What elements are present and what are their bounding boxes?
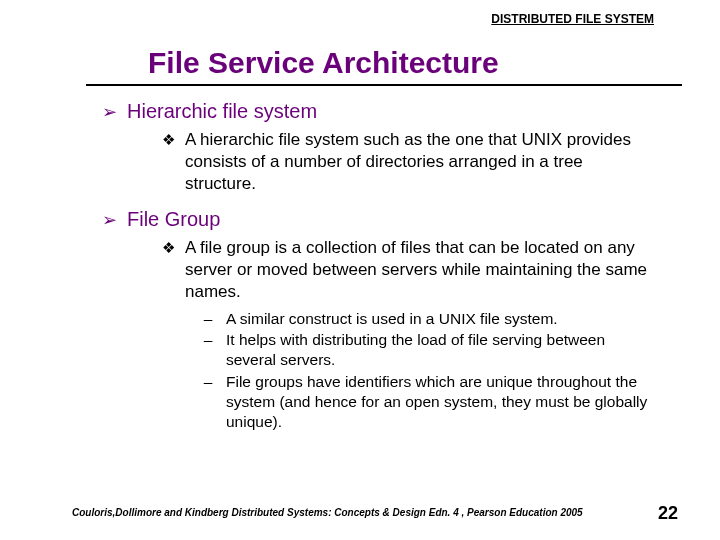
dash-bullet-icon: – [200, 372, 216, 431]
section: ➢ Hierarchic file system ❖ A hierarchic … [102, 100, 656, 194]
sub-item-text: A file group is a collection of files th… [185, 237, 656, 302]
sub-item: ❖ A file group is a collection of files … [162, 237, 656, 302]
dash-bullet-icon: – [200, 330, 216, 370]
sub-list: ❖ A hierarchic file system such as the o… [162, 129, 656, 194]
page-title: File Service Architecture [148, 46, 692, 80]
section: ➢ File Group ❖ A file group is a collect… [102, 208, 656, 431]
header-label: DISTRIBUTED FILE SYSTEM [28, 8, 692, 26]
diamond-bullet-icon: ❖ [162, 237, 175, 302]
section-heading: ➢ Hierarchic file system [102, 100, 656, 123]
arrow-bullet-icon: ➢ [102, 103, 117, 121]
title-rule [86, 84, 682, 86]
dash-item: – A similar construct is used in a UNIX … [200, 309, 656, 329]
section-heading-text: File Group [127, 208, 220, 231]
dash-bullet-icon: – [200, 309, 216, 329]
dash-item-text: It helps with distributing the load of f… [226, 330, 656, 370]
dash-list: – A similar construct is used in a UNIX … [200, 309, 656, 432]
diamond-bullet-icon: ❖ [162, 129, 175, 194]
dash-item-text: File groups have identifiers which are u… [226, 372, 656, 431]
dash-item: – File groups have identifiers which are… [200, 372, 656, 431]
dash-item: – It helps with distributing the load of… [200, 330, 656, 370]
section-heading-text: Hierarchic file system [127, 100, 317, 123]
sub-item: ❖ A hierarchic file system such as the o… [162, 129, 656, 194]
footer-citation: Couloris,Dollimore and Kindberg Distribu… [72, 507, 583, 518]
dash-item-text: A similar construct is used in a UNIX fi… [226, 309, 656, 329]
sub-list: ❖ A file group is a collection of files … [162, 237, 656, 431]
section-heading: ➢ File Group [102, 208, 656, 231]
arrow-bullet-icon: ➢ [102, 211, 117, 229]
content: ➢ Hierarchic file system ❖ A hierarchic … [102, 100, 656, 431]
sub-item-text: A hierarchic file system such as the one… [185, 129, 656, 194]
page-number: 22 [658, 503, 678, 524]
